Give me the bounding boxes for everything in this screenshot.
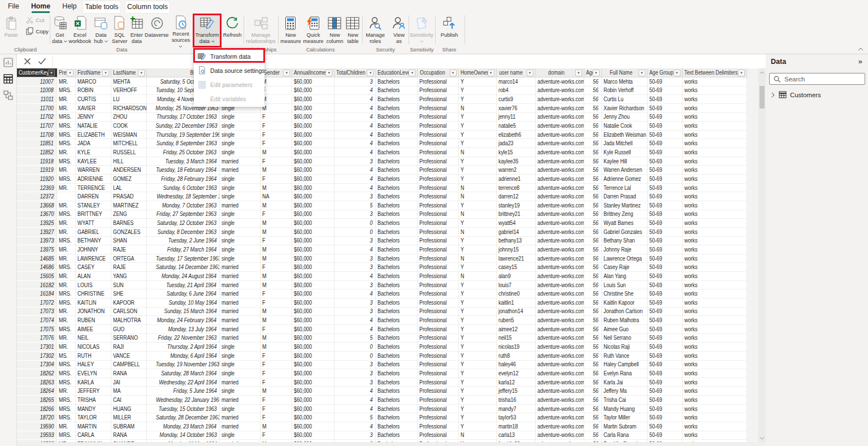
cell[interactable]: 11700 xyxy=(17,104,57,113)
menu-item-edit-variables[interactable]: Edit variables xyxy=(194,92,264,106)
vertical-scrollbar[interactable] xyxy=(758,68,766,442)
cell[interactable]: married xyxy=(220,422,261,431)
cell[interactable]: 56 xyxy=(584,184,602,193)
get-data-button[interactable]: Get data xyxy=(51,14,68,45)
cell[interactable]: works xyxy=(683,422,747,431)
cell[interactable]: Friday, 27 September 1963 xyxy=(147,210,220,219)
cell[interactable]: 56 xyxy=(584,175,602,184)
cell[interactable]: married xyxy=(220,157,261,166)
cell[interactable]: darren12 xyxy=(497,192,536,201)
cell[interactable]: KAITLIN xyxy=(76,298,111,308)
cell[interactable]: MR. xyxy=(57,245,76,254)
cell[interactable]: Y xyxy=(459,369,497,378)
filter-dropdown-icon[interactable]: ▾ xyxy=(639,70,645,76)
cell[interactable]: N xyxy=(459,184,497,193)
cell[interactable]: Terrence Lal xyxy=(602,184,648,193)
cell[interactable]: $60,000 xyxy=(292,387,335,396)
cell[interactable]: Tuesday, 21 April 1964 xyxy=(147,281,220,290)
cell[interactable]: F xyxy=(261,237,292,246)
cell[interactable]: Saturday, 6 June 1964 xyxy=(147,289,220,298)
cell[interactable]: works xyxy=(683,157,747,166)
cell[interactable]: 3 xyxy=(335,361,376,370)
cell[interactable]: works xyxy=(683,413,747,422)
cell[interactable]: SUN xyxy=(111,281,147,290)
cell[interactable]: Monday, 24 February 1964 xyxy=(147,316,220,325)
cell[interactable]: F xyxy=(261,413,292,422)
cell[interactable]: Bachelors xyxy=(376,148,418,157)
cell[interactable]: M xyxy=(261,104,292,113)
cell[interactable]: NEIL xyxy=(76,334,111,343)
cell[interactable]: Nicolas Raji xyxy=(602,343,648,352)
cell[interactable]: 56 xyxy=(584,263,602,272)
cell[interactable]: Professional xyxy=(418,308,458,317)
cell[interactable]: NATALIE xyxy=(76,122,111,131)
cell[interactable]: 0 xyxy=(335,228,376,237)
cell[interactable]: $60,000 xyxy=(292,272,335,281)
cell[interactable]: MARCO xyxy=(76,77,111,86)
cell[interactable]: Tuesday, 15 October 1963 xyxy=(147,405,220,414)
cell[interactable]: Bachelors xyxy=(376,396,418,405)
cell[interactable]: adventure-works.com xyxy=(536,148,584,157)
filter-dropdown-icon[interactable]: ▾ xyxy=(409,70,415,76)
cell[interactable]: 50-69 xyxy=(648,378,683,387)
cell[interactable]: 56 xyxy=(584,396,602,405)
cell[interactable]: 56 xyxy=(584,201,602,210)
cell[interactable]: adventure-works.com xyxy=(536,254,584,263)
cell[interactable]: MRS. xyxy=(57,122,76,131)
cell[interactable]: MR. xyxy=(57,148,76,157)
cell[interactable]: works xyxy=(683,352,747,361)
cell[interactable]: 50-69 xyxy=(648,139,683,148)
dataverse-button[interactable]: Dataverse xyxy=(144,14,170,45)
cell[interactable]: F xyxy=(261,289,292,298)
cell[interactable]: Professional xyxy=(418,95,458,104)
cell[interactable]: works xyxy=(683,254,747,263)
cell[interactable]: M xyxy=(261,201,292,210)
cell[interactable]: MRS. xyxy=(57,396,76,405)
cell[interactable]: Y xyxy=(459,139,497,148)
cell[interactable]: MRS. xyxy=(57,210,76,219)
cell[interactable]: 11707 xyxy=(17,122,57,131)
cell[interactable]: Y xyxy=(459,413,497,422)
cell[interactable] xyxy=(57,192,76,201)
cell[interactable]: 56 xyxy=(584,387,602,396)
cell[interactable]: Bachelors xyxy=(376,352,418,361)
cell[interactable]: 50-69 xyxy=(648,298,683,308)
cell[interactable]: 4 xyxy=(335,405,376,414)
cell[interactable]: $60,000 xyxy=(292,263,335,272)
cell[interactable]: Kaylee Hill xyxy=(602,157,648,166)
cell[interactable]: 4 xyxy=(335,272,376,281)
cell[interactable]: MR. xyxy=(57,308,76,317)
cell[interactable]: Ruben Malhotra xyxy=(602,316,648,325)
cell[interactable]: Monday, 6 April 1964 xyxy=(147,352,220,361)
cell[interactable]: Professional xyxy=(418,298,458,308)
model-view-icon[interactable] xyxy=(3,90,13,100)
filter-dropdown-icon[interactable]: ▾ xyxy=(527,70,533,76)
cell[interactable]: MRS. xyxy=(57,86,76,96)
cell[interactable]: MR. xyxy=(57,334,76,343)
cell[interactable]: works xyxy=(683,369,747,378)
cell[interactable]: adventure-works.com xyxy=(536,192,584,201)
cell[interactable]: married xyxy=(220,281,261,290)
cell[interactable]: 56 xyxy=(584,210,602,219)
cell[interactable]: 50-69 xyxy=(648,104,683,113)
cell[interactable]: F xyxy=(261,263,292,272)
cell[interactable]: 3 xyxy=(335,237,376,246)
filter-dropdown-icon[interactable]: ▾ xyxy=(738,70,745,76)
data-hub-button[interactable]: Data hub xyxy=(92,14,110,45)
cell[interactable]: $60,000 xyxy=(292,405,335,414)
cell[interactable]: MANDY xyxy=(76,405,111,414)
cell[interactable]: TRISHA xyxy=(76,396,111,405)
cell[interactable]: Bachelors xyxy=(376,113,418,122)
cell[interactable]: works xyxy=(683,289,747,298)
cell[interactable]: Professional xyxy=(418,192,458,201)
cell[interactable]: Friday, 5 June 1964 xyxy=(147,387,220,396)
cell[interactable]: 50-69 xyxy=(648,113,683,122)
cell[interactable]: works xyxy=(683,298,747,308)
cell[interactable]: Monday, 13 July 1964 xyxy=(147,325,220,334)
cell[interactable]: 56 xyxy=(584,192,602,201)
cell[interactable]: $60,000 xyxy=(292,369,335,378)
cell[interactable]: 17074 xyxy=(17,316,57,325)
cell[interactable]: $60,000 xyxy=(292,281,335,290)
cell[interactable]: 50-69 xyxy=(648,219,683,228)
cell[interactable]: PRASAD xyxy=(111,192,147,201)
